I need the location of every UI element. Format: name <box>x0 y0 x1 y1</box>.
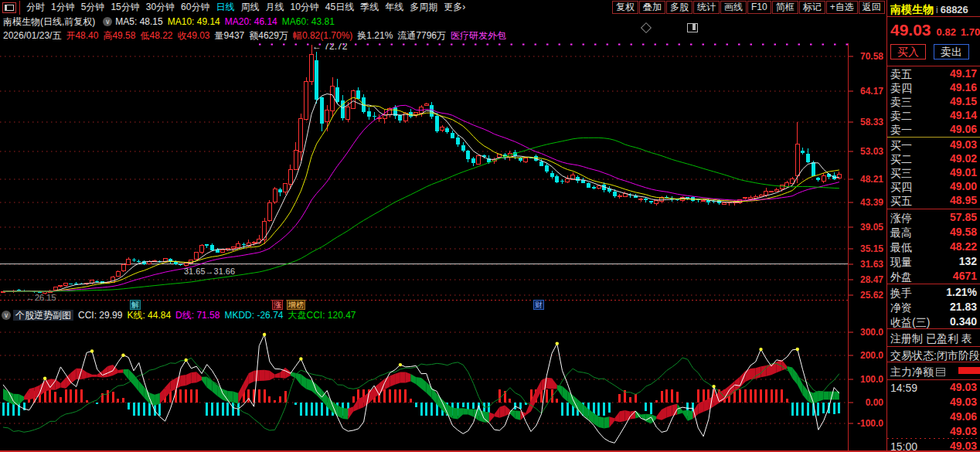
period-更多›[interactable]: 更多› <box>441 1 468 14</box>
tool-F10[interactable]: F10 <box>747 1 771 14</box>
svg-text:31.63: 31.63 <box>860 259 883 270</box>
stat-4-label: 外盘 <box>890 270 912 283</box>
bid-5-value: 48.95 <box>950 194 977 206</box>
stock-title: 南模生物(日线,前复权) <box>3 16 95 27</box>
sub-val-2: D线: 71.58 <box>175 310 219 321</box>
period-月线[interactable]: 月线 <box>262 1 287 14</box>
chevron-down-icon[interactable]: ∨ <box>103 17 112 26</box>
stat2-2-value: 0.340 <box>950 315 977 328</box>
ask-3: 卖三49.15 <box>890 95 977 110</box>
tick-0: 14:5949.03 <box>890 381 977 395</box>
tool-画线[interactable]: 画线 <box>720 1 747 14</box>
tool-统计[interactable]: 统计 <box>693 1 720 14</box>
bid-3-label: 买三 <box>890 167 912 179</box>
stat-1: 最高49.58 <box>890 226 977 240</box>
tool-复权[interactable]: 复权 <box>612 1 638 14</box>
tool-返回[interactable]: 返回 <box>859 1 885 14</box>
stat-3: 现量132 <box>890 255 977 270</box>
ma2-label: MA20: 46.14 <box>225 16 277 27</box>
tool-多股[interactable]: 多股 <box>666 1 692 14</box>
period-周线[interactable]: 周线 <box>237 1 262 14</box>
chart-title-row: 南模生物(日线,前复权)∨MA5: 48.15MA10: 49.14MA20: … <box>3 15 339 28</box>
tool-简框[interactable]: 简框 <box>772 1 798 14</box>
list-icon[interactable] <box>936 368 945 376</box>
period-30分钟[interactable]: 30分钟 <box>143 1 178 14</box>
diamond-icon[interactable] <box>641 22 652 33</box>
tool-+自选[interactable]: +自选 <box>826 1 858 14</box>
buy-button[interactable]: 买入 <box>890 44 926 59</box>
svg-text:200.0: 200.0 <box>860 350 883 361</box>
ma1-label: MA10: 49.14 <box>168 16 220 27</box>
menu-separator <box>19 1 20 15</box>
panel-stock-name: 南模生物 <box>890 3 934 15</box>
period-分时[interactable]: 分时 <box>23 1 48 14</box>
trade-buttons: 买入卖出 <box>890 44 977 59</box>
ask-1-value: 49.06 <box>950 123 977 135</box>
sub-indicator-name: 个股逆势副图 <box>13 310 73 321</box>
svg-text:39.05: 39.05 <box>860 222 883 233</box>
period-60分钟[interactable]: 60分钟 <box>178 1 213 14</box>
svg-text:70.58: 70.58 <box>860 51 883 62</box>
stat2-1-value: 21.83 <box>950 301 977 313</box>
bid-1: 买一49.03 <box>890 138 977 153</box>
stat2-1-label: 净资 <box>890 301 912 314</box>
ask-5-label: 卖五 <box>890 68 912 80</box>
sub-val-1: K线: 44.84 <box>127 310 171 321</box>
tool-叠加[interactable]: 叠加 <box>639 1 665 14</box>
period-1分钟[interactable]: 1分钟 <box>48 1 78 14</box>
svg-text:64.17: 64.17 <box>860 86 883 97</box>
tool-标记[interactable]: 标记 <box>799 1 825 14</box>
info-seg-8: 换1.21% <box>357 30 393 41</box>
bid-3-value: 49.01 <box>950 166 977 178</box>
tick-0-value: 49.03 <box>950 381 977 393</box>
svg-text:35.15: 35.15 <box>860 243 883 254</box>
period-多周期[interactable]: 多周期 <box>407 1 441 14</box>
tick-2-value: 49.06 <box>950 410 977 423</box>
stat2-0-label: 换手 <box>890 287 912 299</box>
info-icon[interactable]: i <box>936 5 938 15</box>
sub-val-3: MKDD: -26.74 <box>224 310 283 321</box>
period-15分钟[interactable]: 15分钟 <box>107 1 142 14</box>
mainforce-row-label: 主力净额 <box>890 365 934 378</box>
stat-3-label: 现量 <box>890 256 912 268</box>
chevron-down-icon[interactable]: ∨ <box>2 311 11 320</box>
price-change-pct: 1.70 <box>961 26 980 38</box>
bid-4-label: 买四 <box>890 181 912 193</box>
period-季线[interactable]: 季线 <box>357 1 382 14</box>
registration-row: 注册制 已盈利 表 <box>890 331 977 346</box>
period-5分钟[interactable]: 5分钟 <box>78 1 108 14</box>
sub-val-0: CCI: 29.99 <box>78 310 122 321</box>
sub-val-4: 大盘CCI: 120.47 <box>288 310 356 321</box>
tick-3-value: 49.03 <box>950 425 977 437</box>
period-日线[interactable]: 日线 <box>213 1 237 14</box>
period-年线[interactable]: 年线 <box>382 1 407 14</box>
svg-text:25.62: 25.62 <box>860 290 883 301</box>
stat2-0: 换手1.21% <box>890 286 977 301</box>
bid-4-value: 49.00 <box>950 180 977 192</box>
ask-1-label: 卖一 <box>890 124 912 136</box>
ask-2-label: 卖二 <box>890 110 912 122</box>
stat2-1: 净资21.83 <box>890 301 977 315</box>
stat-3-value: 132 <box>959 255 977 267</box>
trade-status-row-label: 交易状态:闭市阶段 <box>890 349 980 362</box>
pane-layout-icon[interactable] <box>687 23 698 32</box>
stat-2-label: 最低 <box>890 241 912 253</box>
quote-panel: 南模生物i6882649.030.821.70买入卖出卖五49.17卖四49.1… <box>886 0 980 452</box>
ma3-label: MA60: 43.81 <box>282 16 335 27</box>
last-price: 49.03 <box>890 21 931 39</box>
window-layout-icon[interactable] <box>2 2 16 13</box>
ask-2-value: 49.14 <box>950 109 977 121</box>
ask-5: 卖五49.17 <box>890 67 977 82</box>
period-45日线[interactable]: 45日线 <box>322 1 357 14</box>
info-seg-6: 额4629万 <box>249 30 288 41</box>
bid-1-value: 49.03 <box>950 138 977 151</box>
bid-2: 买二49.02 <box>890 152 977 167</box>
period-10分钟[interactable]: 10分钟 <box>287 1 322 14</box>
info-seg-4: 收49.03 <box>178 30 210 41</box>
stat-4-value: 4671 <box>953 270 977 282</box>
svg-text:53.03: 53.03 <box>860 146 883 157</box>
sell-button[interactable]: 卖出 <box>934 44 969 59</box>
ask-3-label: 卖三 <box>890 96 912 108</box>
quote-info-row: 2026/01/23/五开48.40高49.58低48.22收49.03量943… <box>3 29 511 42</box>
event-badges: 解涨增榜财 <box>0 300 848 309</box>
